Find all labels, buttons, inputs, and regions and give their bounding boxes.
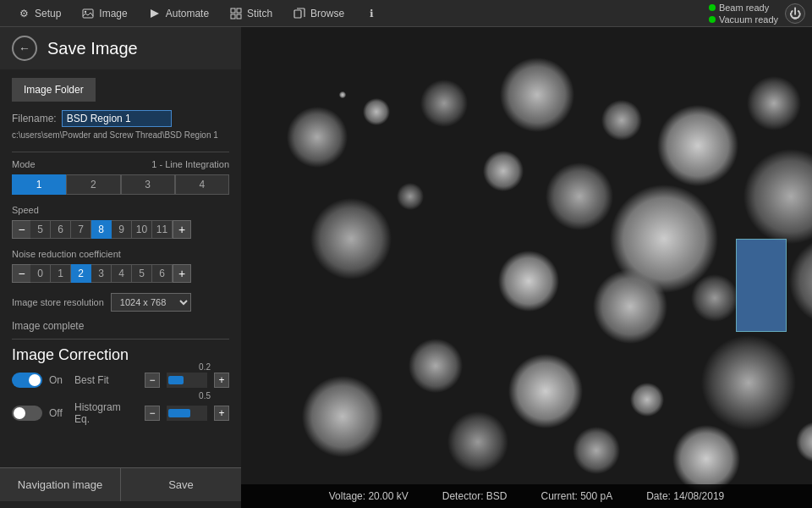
filename-input[interactable] <box>62 110 172 127</box>
bestfit-name: Best Fit <box>74 374 138 386</box>
save-button[interactable]: Save <box>120 467 241 501</box>
nav-browse-label: Browse <box>310 8 344 19</box>
nav-image-button[interactable]: Navigation image <box>0 467 120 501</box>
detector-status: Detector: BSD <box>442 490 508 502</box>
speed-item-5[interactable]: 5 <box>30 220 51 239</box>
nav-setup-label: Setup <box>35 8 61 19</box>
nav-browse[interactable]: Browse <box>283 0 354 26</box>
bestfit-plus[interactable]: + <box>214 373 229 388</box>
current-status: Current: 500 pA <box>540 490 612 502</box>
resolution-select[interactable]: 1024 x 768 2048 x 1536 4096 x 3072 <box>111 293 191 312</box>
histogram-toggle[interactable] <box>12 406 42 421</box>
nav-setup[interactable]: ⚙ Setup <box>7 0 71 26</box>
svg-rect-4 <box>237 8 241 13</box>
noise-label: Noise reduction coefficient <box>12 249 121 259</box>
speed-minus[interactable]: − <box>12 220 30 239</box>
svg-marker-2 <box>151 9 159 18</box>
histogram-fill <box>168 409 190 417</box>
status-bar: Voltage: 20.00 kV Detector: BSD Current:… <box>241 484 812 508</box>
filename-row: Filename: <box>12 110 229 127</box>
histogram-name: Histogram Eq. <box>74 401 138 425</box>
histogram-toggle-label: Off <box>49 407 68 419</box>
mode-btn-1[interactable]: 1 <box>12 174 66 195</box>
svg-rect-7 <box>294 10 301 18</box>
histogram-knob <box>14 407 25 419</box>
nav-stitch[interactable]: Stitch <box>219 0 283 26</box>
noise-plus[interactable]: + <box>173 264 191 283</box>
stitch-icon <box>229 7 243 20</box>
left-panel: ← Save Image Image Folder Filename: c:\u… <box>0 27 241 508</box>
speed-label-row: Speed <box>12 205 229 215</box>
speed-item-7[interactable]: 7 <box>71 220 91 239</box>
histogram-slider[interactable] <box>167 406 207 421</box>
resolution-row: Image store resolution 1024 x 768 2048 x… <box>12 293 229 312</box>
svg-rect-5 <box>231 14 235 19</box>
vacuum-dot <box>709 16 716 23</box>
automate-icon <box>148 7 162 20</box>
nav-status-area: Beam ready Vacuum ready ⏻ <box>709 3 805 25</box>
speed-item-8[interactable]: 8 <box>91 220 112 239</box>
beam-dot <box>709 4 716 11</box>
noise-label-row: Noise reduction coefficient <box>12 249 229 259</box>
mode-btn-2[interactable]: 2 <box>66 174 120 195</box>
mode-label-row: Mode 1 - Line Integration <box>12 159 229 169</box>
filename-label: Filename: <box>12 113 57 124</box>
info-icon: ℹ <box>365 7 378 20</box>
blue-overlay-rect <box>736 239 787 332</box>
svg-rect-6 <box>237 14 241 19</box>
speed-item-9[interactable]: 9 <box>112 220 132 239</box>
nav-image[interactable]: Image <box>71 0 137 26</box>
right-panel: Voltage: 20.00 kV Detector: BSD Current:… <box>241 27 812 508</box>
image-folder-button[interactable]: Image Folder <box>12 78 96 102</box>
histogram-minus[interactable]: − <box>145 406 160 421</box>
noise-item-2[interactable]: 2 <box>71 264 91 283</box>
noise-item-3[interactable]: 3 <box>91 264 112 283</box>
speed-item-10[interactable]: 10 <box>132 220 152 239</box>
beam-ready-status: Beam ready <box>709 3 778 13</box>
bestfit-slider[interactable] <box>167 373 207 388</box>
mode-value: 1 - Line Integration <box>151 159 229 169</box>
page-title: Save Image <box>47 39 138 58</box>
main-layout: ← Save Image Image Folder Filename: c:\u… <box>0 27 812 508</box>
nav-image-label: Image <box>99 8 127 19</box>
noise-item-1[interactable]: 1 <box>51 264 71 283</box>
speed-item-11[interactable]: 11 <box>152 220 173 239</box>
page-header: ← Save Image <box>0 27 241 69</box>
histogram-plus[interactable]: + <box>214 406 229 421</box>
bestfit-minus[interactable]: − <box>145 373 160 388</box>
noise-item-4[interactable]: 4 <box>112 264 132 283</box>
noise-minus[interactable]: − <box>12 264 30 283</box>
noise-item-0[interactable]: 0 <box>30 264 51 283</box>
nav-stitch-label: Stitch <box>247 8 272 19</box>
back-button[interactable]: ← <box>12 36 37 61</box>
resolution-label: Image store resolution <box>12 297 104 307</box>
histogram-value-label: 0.5 <box>199 391 211 400</box>
setup-icon: ⚙ <box>17 7 30 20</box>
speed-label: Speed <box>12 205 39 215</box>
svg-point-1 <box>85 10 86 12</box>
speed-stepper: − 5 6 7 8 9 10 11 + <box>12 220 229 239</box>
nav-automate-label: Automate <box>166 8 209 19</box>
mode-control: 1 2 3 4 <box>12 174 229 195</box>
nav-info[interactable]: ℹ <box>354 0 388 26</box>
vacuum-ready-status: Vacuum ready <box>709 14 778 25</box>
bestfit-toggle[interactable] <box>12 373 42 388</box>
mode-btn-4[interactable]: 4 <box>175 174 229 195</box>
correction-title: Image Correction <box>12 346 229 364</box>
top-nav: ⚙ Setup Image Automate Stitch Browse ℹ B… <box>0 0 812 27</box>
bestfit-value-label: 0.2 <box>199 362 211 372</box>
power-button[interactable]: ⏻ <box>785 3 805 24</box>
speed-plus[interactable]: + <box>173 220 191 239</box>
nav-automate[interactable]: Automate <box>138 0 219 26</box>
browse-icon <box>293 7 306 20</box>
mode-label: Mode <box>12 159 36 169</box>
bestfit-toggle-label: On <box>49 374 68 386</box>
date-status: Date: 14/08/2019 <box>646 490 724 502</box>
noise-item-6[interactable]: 6 <box>152 264 173 283</box>
noise-item-5[interactable]: 5 <box>132 264 152 283</box>
panel-content: Image Folder Filename: c:\users\sem\Powd… <box>0 69 241 467</box>
speed-item-6[interactable]: 6 <box>51 220 71 239</box>
mode-btn-3[interactable]: 3 <box>121 174 175 195</box>
image-complete: Image complete <box>12 320 229 332</box>
file-path: c:\users\sem\Powder and Screw Thread\BSD… <box>12 130 229 140</box>
